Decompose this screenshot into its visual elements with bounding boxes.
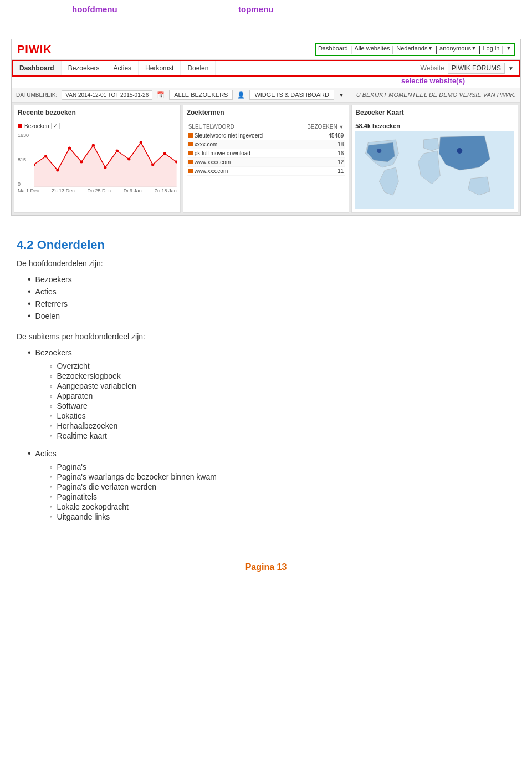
language-dropdown[interactable]: Nederlands <box>396 45 427 54</box>
piwik-toolbar: DATUMBEREIK: VAN 2014-12-01 TOT 2015-01-… <box>12 88 520 103</box>
visitors-icon: 👤 <box>237 91 245 99</box>
piwik-logo: PIWIK <box>17 43 52 56</box>
acties-section: Acties Pagina's Pagina's waarlangs de be… <box>17 447 515 522</box>
calendar-icon[interactable]: 📅 <box>157 91 165 99</box>
svg-point-10 <box>151 164 154 166</box>
chart-legend: Bezoeken ✓ <box>18 123 177 129</box>
date-range[interactable]: VAN 2014-12-01 TOT 2015-01-26 <box>62 90 152 100</box>
legend-label: Bezoeken <box>24 123 49 129</box>
widget-search-title: Zoektermen <box>187 109 346 119</box>
dashboard-link[interactable]: Dashboard <box>318 45 348 54</box>
login-link[interactable]: Log in <box>483 45 499 54</box>
main-items-list: Bezoekers Acties Referrers Doelen <box>28 273 515 322</box>
map-svg <box>355 131 514 209</box>
svg-point-8 <box>127 158 130 161</box>
bezoekers-subitems: Overzicht Bezoekerslogboek Aangepaste va… <box>50 361 515 441</box>
col-visits: BEZOEKEN ▼ <box>291 123 345 131</box>
visitors-filter[interactable]: ALLE BEZOEKERS <box>169 90 233 100</box>
table-row: www.xxxx.com 12 <box>187 158 346 167</box>
svg-point-9 <box>140 141 142 144</box>
table-row: xxxx.com 18 <box>187 140 346 149</box>
alle-websites-link[interactable]: Alle websites <box>354 45 390 54</box>
col-keyword: SLEUTELWOORD <box>187 123 291 131</box>
svg-point-2 <box>56 169 59 172</box>
table-row: pk full movie download 16 <box>187 149 346 158</box>
website-label: Website <box>421 64 444 72</box>
document-content: 4.2 Onderdelen De hoofdonderdelen zijn: … <box>0 227 532 539</box>
list-item-bezoekers: Bezoekers <box>28 347 515 359</box>
nav-acties[interactable]: Acties <box>106 61 139 75</box>
widget-visitor-map: Bezoeker Kaart 58.4k bezoeken <box>351 105 518 213</box>
list-item: Herhaalbezoeken <box>50 421 515 431</box>
list-item: Paginatitels <box>50 492 515 502</box>
search-table: SLEUTELWOORD BEZOEKEN ▼ Sleutelwoord nie… <box>187 123 346 176</box>
nav-doelen[interactable]: Doelen <box>181 61 216 75</box>
nav-bezoekers[interactable]: Bezoekers <box>62 61 107 75</box>
piwik-screenshot: PIWIK Dashboard | Alle websites | Nederl… <box>11 39 521 216</box>
svg-point-6 <box>104 166 106 169</box>
subitems-intro: De subitems per hoofdonderdeel zijn: <box>17 332 515 341</box>
list-item: Referrers <box>28 298 515 310</box>
widget-recent-title: Recente bezoeken <box>18 109 177 119</box>
datumbereik-label: DATUMBEREIK: <box>16 92 57 98</box>
svg-point-7 <box>116 150 119 152</box>
website-selector[interactable]: Website PIWIK FORUMS ▼ <box>421 61 519 75</box>
y-label-top: 1630 <box>18 133 32 138</box>
svg-point-11 <box>163 152 166 155</box>
list-item: Aangepaste variabelen <box>50 381 515 391</box>
page-footer: Pagina 13 <box>0 551 532 583</box>
screenshot-area: hoofdmenu topmenu PIWIK Dashboard | Alle… <box>0 0 532 216</box>
widgets-dropdown[interactable]: WIDGETS & DASHBOARD <box>249 90 334 100</box>
svg-point-1 <box>44 155 47 158</box>
list-item-acties: Acties <box>28 447 515 460</box>
user-label: anonymous <box>439 45 471 54</box>
list-item: Software <box>50 401 515 411</box>
list-item: Lokale zoekopdracht <box>50 502 515 512</box>
bezoekers-section: Bezoekers Overzicht Bezoekerslogboek Aan… <box>17 347 515 441</box>
annotation-topmenu: topmenu <box>238 4 273 14</box>
list-item: Bezoekerslogboek <box>50 371 515 381</box>
list-item: Pagina's waarlangs de bezoeker binnen kw… <box>50 472 515 482</box>
svg-point-15 <box>457 148 463 154</box>
website-value[interactable]: PIWIK FORUMS <box>448 63 505 74</box>
visits-chart <box>34 131 177 187</box>
widget-search-terms: Zoektermen SLEUTELWOORD BEZOEKEN ▼ <box>183 105 350 213</box>
widget-map-title: Bezoeker Kaart <box>355 109 514 119</box>
y-label-bot: 0 <box>18 181 32 187</box>
world-map <box>355 131 514 209</box>
list-item: Doelen <box>28 310 515 322</box>
annotation-hoofdmenu: hoofdmenu <box>72 4 117 14</box>
list-item: Bezoekers <box>28 273 515 286</box>
legend-dot <box>18 124 22 128</box>
nav-herkomst[interactable]: Herkomst <box>139 61 181 75</box>
svg-point-4 <box>80 161 83 164</box>
table-row: Sleutelwoord niet ingevoerd 45489 <box>187 131 346 140</box>
acties-subitems: Pagina's Pagina's waarlangs de bezoeker … <box>50 462 515 522</box>
section-heading: 4.2 Onderdelen <box>17 238 515 252</box>
list-item: Acties <box>28 286 515 298</box>
map-count: 58.4k bezoeken <box>355 123 514 129</box>
svg-point-5 <box>92 144 95 147</box>
intro-text: De hoofdonderdelen zijn: <box>17 259 515 268</box>
topmenu-nav: Dashboard | Alle websites | Nederlands ▼… <box>315 43 515 56</box>
y-label-mid: 815 <box>18 157 32 162</box>
list-item: Overzicht <box>50 361 515 371</box>
demo-notice: U BEKIJKT MOMENTEEL DE DEMO VERSIE VAN P… <box>356 91 516 98</box>
table-row: www.xxx.com 11 <box>187 167 346 176</box>
widget-recent-visits: Recente bezoeken Bezoeken ✓ 1630 815 0 <box>14 105 181 213</box>
page-number: Pagina 13 <box>245 562 287 572</box>
piwik-header: PIWIK Dashboard | Alle websites | Nederl… <box>12 39 520 60</box>
list-item: Lokaties <box>50 411 515 421</box>
svg-point-3 <box>68 147 71 150</box>
list-item: Pagina's die verlaten werden <box>50 482 515 492</box>
nav-dashboard[interactable]: Dashboard <box>13 61 62 75</box>
dashboard-widgets: Recente bezoeken Bezoeken ✓ 1630 815 0 <box>12 103 520 215</box>
list-item: Uitgaande links <box>50 512 515 522</box>
selectie-website-annotation: selectie website(s) <box>401 77 465 85</box>
main-nav: Dashboard Bezoekers Acties Herkomst Doel… <box>13 61 421 75</box>
list-item: Pagina's <box>50 462 515 472</box>
svg-point-16 <box>377 149 382 153</box>
list-item: Apparaten <box>50 391 515 401</box>
main-nav-row: Dashboard Bezoekers Acties Herkomst Doel… <box>12 60 520 77</box>
list-item: Realtime kaart <box>50 431 515 441</box>
